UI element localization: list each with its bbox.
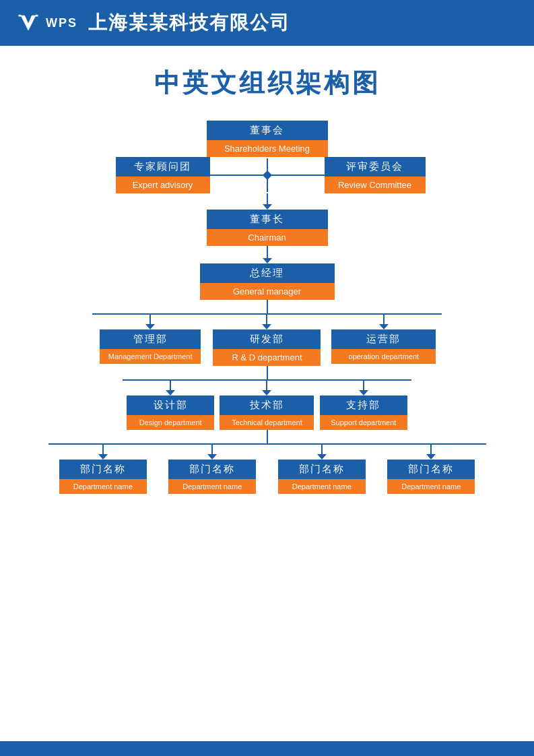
design-cn: 设计部 [127,396,214,415]
expert-node: 专家顾问团 Expert advisory [116,157,210,193]
v-line-3 [267,300,268,313]
operations-node: 运营部 operation department [331,329,436,364]
arrow-technical [262,390,271,396]
design-en: Design department [127,415,214,430]
dept4-node: 部门名称 Department name [387,460,475,494]
dept4-cn: 部门名称 [387,460,475,479]
arrow-dept4 [426,454,436,460]
org-chart: 董事会 Shareholders Meeting 专家顾问团 Expert ad… [0,107,534,741]
review-node: 评审委员会 Review Committee [325,157,426,193]
arrow-dept2 [207,454,217,460]
technical-en: Technical department [220,415,314,430]
operations-cn: 运营部 [331,329,436,349]
v-branch-support [363,381,364,390]
dept4-en: Department name [387,479,475,494]
management-cn: 管理部 [100,329,201,349]
dept2-node: 部门名称 Department name [168,460,256,494]
dept3-node: 部门名称 Department name [278,460,366,494]
gm-node: 总经理 General manager [200,263,335,300]
dept1-node: 部门名称 Department name [59,460,147,494]
arrow-rd [262,324,271,329]
arrow-management [145,324,155,329]
arrow-support [359,390,368,396]
dept1-cn: 部门名称 [59,460,147,479]
shareholders-cn: 董事会 [207,121,328,140]
expert-en: Expert advisory [116,177,210,193]
v-branch-ops [383,315,385,324]
arrow-1 [263,204,272,210]
v-branch-design [170,381,171,390]
rd-node: 研发部 R & D department [213,329,321,366]
technical-cn: 技术部 [220,396,314,415]
design-node: 设计部 Design department [127,396,214,430]
v-branch-dept4 [430,445,432,454]
arrow-ops [379,324,389,329]
chairman-node: 董事长 Chairman [207,210,328,246]
v-branch-technical [266,381,267,390]
rd-cn: 研发部 [213,329,321,349]
management-en: Management Department [100,349,201,364]
review-en: Review Committee [325,177,426,193]
v-line-2 [267,246,268,258]
support-cn: 支持部 [320,396,407,415]
v-branch-dept2 [211,445,213,454]
svg-marker-0 [21,15,36,30]
dept3-en: Department name [278,479,366,494]
technical-node: 技术部 Technical department [220,396,314,430]
page-title: 中英文组织架构图 [0,66,534,100]
company-name: 上海某某科技有限公司 [88,10,290,36]
chairman-cn: 董事长 [207,210,328,229]
arrow-design [166,390,175,396]
v-line-1 [267,193,268,204]
dept3-cn: 部门名称 [278,460,366,479]
shareholders-v-line-bot [267,179,268,192]
shareholders-en: Shareholders Meeting [207,140,328,157]
arrow-dept3 [317,454,327,460]
wps-logo-icon [16,11,40,35]
support-node: 支持部 Support department [320,396,407,430]
chairman-en: Chairman [207,229,328,246]
wps-text: WPS [46,16,77,30]
dept1-en: Department name [59,479,147,494]
expert-cn: 专家顾问团 [116,157,210,177]
header: WPS 上海某某科技有限公司 [0,0,534,46]
v-line-rd-sub [267,366,268,379]
rd-en: R & D department [213,349,321,366]
management-node: 管理部 Management Department [100,329,201,364]
footer [0,741,534,756]
page-title-area: 中英文组织架构图 [0,46,534,107]
v-line-technical-sub [267,430,268,443]
v-branch-dept1 [102,445,104,454]
v-branch-rd [266,315,267,324]
right-h-connector [271,175,325,176]
arrow-dept1 [98,454,108,460]
support-en: Support department [320,415,407,430]
v-branch-management [149,315,151,324]
v-branch-dept3 [321,445,323,454]
logo-area: WPS [16,11,77,35]
shareholders-node: 董事会 Shareholders Meeting [207,121,328,157]
dept2-en: Department name [168,479,256,494]
left-h-connector [210,175,264,176]
review-cn: 评审委员会 [325,157,426,177]
operations-en: operation department [331,349,436,364]
dept2-cn: 部门名称 [168,460,256,479]
arrow-2 [263,258,272,263]
gm-cn: 总经理 [200,263,335,283]
gm-en: General manager [200,283,335,300]
